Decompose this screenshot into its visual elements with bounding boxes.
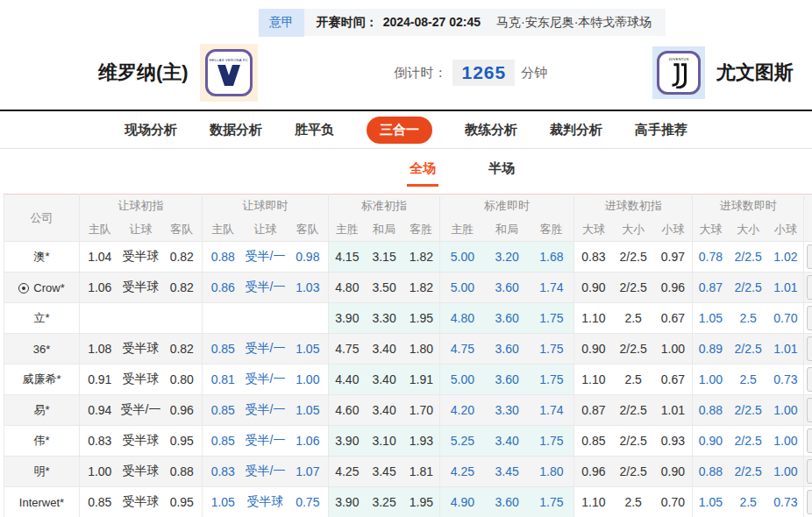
- odds-cell: 4.75: [440, 334, 485, 365]
- odds-cell: 受半球: [120, 273, 162, 303]
- odds-cell: 0.67: [654, 303, 693, 334]
- subcol-header: 主胜: [329, 218, 366, 242]
- odds-cell: 1.74: [530, 273, 574, 303]
- odds-cell: 0.90: [574, 334, 613, 365]
- odds-cell: [288, 303, 329, 334]
- detail-button[interactable]: 详情: [807, 244, 812, 269]
- table-row: 36*1.08受半球0.820.85受半/一1.054.753.401.804.…: [4, 334, 812, 365]
- company-cell: 立*: [4, 303, 80, 334]
- subcol-header: 客队: [288, 218, 329, 242]
- odds-cell: 1.10: [574, 365, 613, 395]
- tab-win-draw-lose[interactable]: 胜平负: [295, 122, 334, 138]
- odds-cell: 3.45: [366, 457, 403, 487]
- odds-cell: 0.90: [693, 426, 729, 457]
- odds-cell: 0.73: [768, 365, 804, 395]
- odds-cell: 受半球: [120, 334, 162, 365]
- detail-button[interactable]: 详情: [807, 306, 812, 330]
- detail-button[interactable]: 详情: [807, 428, 812, 453]
- odds-cell: 0.75: [288, 487, 329, 517]
- detail-button[interactable]: 详情: [807, 490, 812, 514]
- odds-cell: 3.40: [485, 426, 530, 457]
- detail-button[interactable]: 详情: [807, 275, 812, 300]
- odds-cell: 0.82: [162, 273, 203, 303]
- odds-cell: 2.5: [613, 365, 654, 395]
- odds-cell: 1.00: [288, 365, 329, 395]
- odds-cell: 1.81: [403, 457, 440, 487]
- detail-button[interactable]: 详情: [807, 459, 812, 484]
- table-row: 威廉希*0.91受半球0.800.81受半/一1.004.403.401.915…: [4, 365, 812, 395]
- odds-cell: 0.67: [654, 365, 693, 395]
- odds-cell: 受半球: [120, 242, 162, 273]
- odds-cell: 1.03: [288, 273, 329, 303]
- odds-cell: 1.00: [768, 395, 804, 426]
- detail-cell: 详情: [804, 457, 812, 487]
- tab-coach-analysis[interactable]: 教练分析: [465, 122, 517, 138]
- odds-cell: 0.70: [768, 303, 804, 334]
- odds-cell: 1.08: [80, 334, 120, 365]
- odds-cell: 1.74: [530, 395, 574, 426]
- odds-cell: 受半/一: [244, 273, 288, 303]
- odds-cell: 2/2.5: [729, 426, 768, 457]
- subcol-header: 客胜: [530, 218, 574, 242]
- odds-cell: 0.80: [162, 365, 203, 395]
- tab-expert-picks[interactable]: 高手推荐: [635, 122, 687, 138]
- soccer-ball-icon: [18, 283, 29, 294]
- tab-live-analysis[interactable]: 现场分析: [125, 122, 177, 138]
- tab-three-in-one[interactable]: 三合一: [367, 117, 432, 144]
- odds-cell: 0.98: [288, 242, 329, 273]
- odds-cell: 0.96: [162, 395, 203, 426]
- odds-cell: 1.05: [693, 303, 729, 334]
- odds-cell: 0.85: [203, 334, 244, 365]
- countdown: 倒计时： 1265 分钟: [274, 60, 668, 86]
- odds-cell: 受半/一: [244, 365, 288, 395]
- odds-cell: 2/2.5: [613, 273, 654, 303]
- odds-cell: 0.70: [654, 487, 693, 517]
- odds-cell: 0.83: [203, 457, 244, 487]
- group-header-handicap-live: 让球即时: [203, 195, 329, 218]
- odds-cell: 2/2.5: [729, 334, 768, 365]
- period-tabs: 全场 半场: [56, 149, 812, 187]
- odds-cell: 1.06: [80, 273, 120, 303]
- odds-cell: 4.60: [329, 395, 366, 426]
- tab-half-match[interactable]: 半场: [486, 160, 517, 187]
- tab-full-match[interactable]: 全场: [407, 160, 438, 187]
- odds-cell: 5.25: [440, 426, 485, 457]
- detail-cell: 详情: [804, 395, 812, 426]
- tab-referee-analysis[interactable]: 裁判分析: [550, 122, 602, 138]
- tab-data-analysis[interactable]: 数据分析: [210, 122, 262, 138]
- odds-cell: 0.90: [574, 273, 613, 303]
- company-cell: 易*: [4, 395, 80, 426]
- table-row: Crow*1.06受半球0.820.86受半/一1.034.803.501.82…: [4, 273, 812, 303]
- table-row: 立*3.903.301.954.803.601.751.102.50.671.0…: [4, 303, 812, 334]
- odds-cell: 1.82: [403, 242, 440, 273]
- odds-cell: 0.89: [693, 334, 729, 365]
- odds-cell: 1.10: [574, 303, 613, 334]
- odds-cell: 2.5: [613, 303, 654, 334]
- odds-cell: 受半球: [120, 457, 162, 487]
- match-info-bar: 意甲 开赛时间：2024-08-27 02:45 马克·安东尼奥·本特戈蒂球场: [259, 9, 666, 36]
- odds-cell: 0.83: [574, 242, 613, 273]
- detail-button[interactable]: 详情: [807, 398, 812, 422]
- group-header-handicap-initial: 让球初指: [80, 195, 203, 218]
- odds-cell: 1.70: [403, 395, 440, 426]
- odds-cell: 1.75: [530, 365, 574, 395]
- odds-cell: 0.85: [574, 426, 613, 457]
- subcol-header: 小球: [768, 218, 804, 242]
- odds-cell: 0.87: [693, 273, 729, 303]
- odds-cell: 1.95: [403, 303, 440, 334]
- odds-cell: 1.91: [403, 365, 440, 395]
- company-cell: Interwet*: [4, 487, 80, 517]
- odds-cell: 1.01: [768, 334, 804, 365]
- odds-cell: 1.75: [530, 487, 574, 517]
- countdown-unit: 分钟: [521, 65, 547, 81]
- odds-cell: 2/2.5: [613, 457, 654, 487]
- odds-cell: 受半/一: [120, 395, 162, 426]
- detail-button[interactable]: 详情: [807, 367, 812, 392]
- table-row: 易*0.94受半/一0.960.85受半/一1.054.603.401.704.…: [4, 395, 812, 426]
- table-row: Interwet*0.85受半球0.951.05受半球0.753.903.251…: [4, 487, 812, 517]
- detail-button[interactable]: 详情: [807, 336, 812, 361]
- company-cell: 澳*: [4, 242, 80, 273]
- odds-cell: 0.86: [203, 273, 244, 303]
- odds-cell: 受半球: [120, 365, 162, 395]
- countdown-label: 倒计时：: [394, 65, 446, 81]
